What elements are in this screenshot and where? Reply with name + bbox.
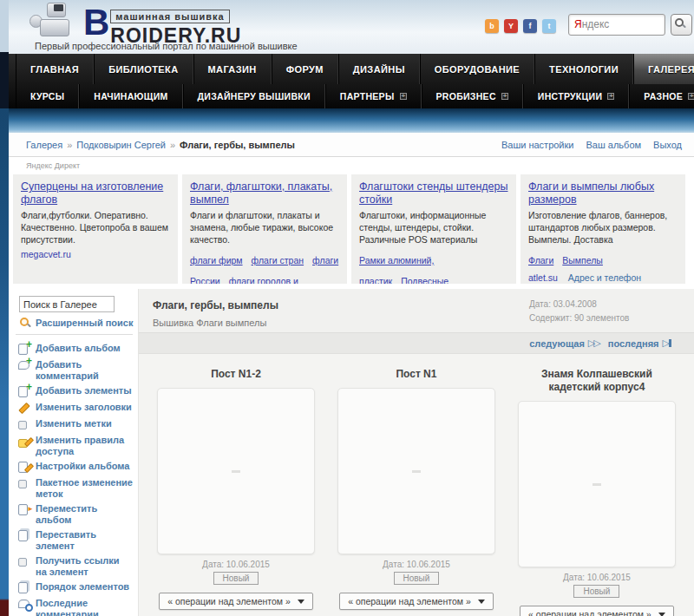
- item-title[interactable]: Знамя Колпашевский кадетский корпус4: [507, 368, 687, 394]
- site-header: B машинная вышивка ROIDERY.RU Первый про…: [9, 0, 694, 54]
- gallery-item: Пост N1 Дата: 10.06.2015 Новый « операци…: [326, 368, 507, 616]
- sidebar-action-move-album[interactable]: Переместить альбом: [9, 501, 138, 528]
- arrow-bar-icon[interactable]: ▷: [663, 337, 677, 349]
- dropdown-indicator-icon: [501, 93, 508, 100]
- user-album-link[interactable]: Ваш альбом: [586, 140, 641, 150]
- ad-title-link[interactable]: Суперцены на изготовление флагов: [21, 180, 170, 206]
- nav-item-oborudovanie[interactable]: ОБОРУДОВАНИЕ: [420, 54, 534, 84]
- ad-title-link[interactable]: Флаги, флагштоки, плакаты, вымпел: [190, 180, 339, 206]
- item-title[interactable]: Пост N1-2: [146, 368, 326, 381]
- item-title[interactable]: Пост N1: [326, 368, 507, 381]
- ad-text: Флаги и флагштоки, плакаты и знамена, лю…: [190, 210, 339, 246]
- ad-contact-link[interactable]: Адрес и телефон: [568, 272, 641, 283]
- item-date: Дата: 10.06.2015: [507, 573, 687, 582]
- edit-tags-icon: [17, 418, 30, 431]
- user-settings-link[interactable]: Ваши настройки: [501, 140, 574, 150]
- search-placeholder-rest: ндекс: [582, 18, 610, 30]
- sidebar-action-edit-tags[interactable]: Изменить метки: [9, 416, 138, 433]
- nav-item-nachinayushchim[interactable]: НАЧИНАЮЩИМ: [79, 84, 182, 108]
- reorder-item-icon: [17, 529, 30, 542]
- nav-item-glavnaya[interactable]: ГЛАВНАЯ: [16, 54, 94, 84]
- nav-item-biblioteka[interactable]: БИБЛИОТЕКА: [94, 54, 193, 84]
- ad-item: Флаги, флагштоки, плакаты, вымпел Флаги …: [182, 174, 347, 284]
- gallery-item: Пост N1-2 Дата: 10.06.2015 Новый « опера…: [146, 368, 326, 616]
- item-thumbnail[interactable]: [157, 388, 315, 554]
- ad-title-link[interactable]: Флагштоки стенды штендеры стойки: [359, 180, 508, 206]
- nav-item-dizayneru-vyshivki[interactable]: ДИЗАЙНЕРУ ВЫШИВКИ: [183, 84, 325, 108]
- nav-item-dizayny[interactable]: ДИЗАЙНЫ: [338, 54, 420, 84]
- ad-item: Флагштоки стенды штендеры стойки Флагшто…: [351, 174, 516, 284]
- item-add-icon: [17, 385, 30, 398]
- nav-row-1: ГЛАВНАЯ БИБЛИОТЕКА МАГАЗИН ФОРУМ ДИЗАЙНЫ…: [9, 54, 694, 84]
- nav-item-galereya[interactable]: ГАЛЕРЕЯ: [633, 54, 694, 84]
- social-links: b Y f t: [485, 19, 556, 33]
- gallery-items: Пост N1-2 Дата: 10.06.2015 Новый « опера…: [139, 368, 694, 616]
- dropdown-indicator-icon: [607, 93, 614, 100]
- ad-sublink[interactable]: флаги фирм: [190, 255, 243, 265]
- album-settings-icon: [17, 461, 30, 474]
- album-header: Флаги, гербы, вымпелы Вышивка Флаги вымп…: [139, 289, 694, 332]
- nav-item-probiznes[interactable]: PROБИЗНЕС: [422, 84, 523, 108]
- main-area: Расширенный поиск Добавить альбом Добави…: [9, 289, 694, 616]
- ad-sublink[interactable]: Вымпелы: [562, 255, 603, 265]
- sidebar-action-edit-titles[interactable]: Изменить заголовки: [9, 400, 138, 416]
- search-button[interactable]: [671, 14, 692, 36]
- sidebar-action-recent-comments[interactable]: Последние комментарии: [9, 596, 138, 616]
- new-badge: Новый: [213, 572, 259, 585]
- gallery-item: Знамя Колпашевский кадетский корпус4 Дат…: [507, 368, 687, 616]
- sidebar-action-batch-tags[interactable]: Пакетное изменение меток: [9, 475, 138, 501]
- nav-item-instruktsii[interactable]: ИНСТРУКЦИИ: [523, 84, 629, 108]
- facebook-icon[interactable]: f: [523, 19, 537, 33]
- advanced-search-label: Расширенный поиск: [36, 318, 133, 328]
- ad-domain-link[interactable]: megacvet.ru: [21, 249, 71, 259]
- ad-domain-link[interactable]: atlet.su: [528, 272, 558, 283]
- nav-item-tekhnologii[interactable]: ТЕХНОЛОГИИ: [534, 54, 633, 84]
- youtube-icon[interactable]: Y: [504, 19, 518, 33]
- logout-link[interactable]: Выход: [653, 140, 682, 150]
- page-edge-strip: [0, 0, 9, 616]
- new-badge: Новый: [394, 572, 440, 585]
- nav-item-raznoe[interactable]: РАЗНОЕ: [629, 84, 694, 108]
- chevron-down-icon: [658, 613, 665, 616]
- item-order-icon: [17, 581, 30, 594]
- search-placeholder-first: Я: [574, 18, 582, 30]
- nav-item-forum[interactable]: ФОРУМ: [272, 54, 338, 84]
- nav-item-partnery[interactable]: ПАРТНЕРЫ: [325, 84, 422, 108]
- sidebar-action-album-settings[interactable]: Настройки альбома: [9, 459, 138, 475]
- gallery-search-input[interactable]: [19, 296, 115, 312]
- sidebar-action-get-links[interactable]: Получить ссылки на элемент: [9, 554, 138, 580]
- double-arrow-icon[interactable]: ▷▷: [588, 337, 599, 349]
- breadcrumb-galereya[interactable]: Галерея: [26, 140, 62, 150]
- gallery-content: Флаги, гербы, вымпелы Вышивка Флаги вымп…: [139, 289, 694, 616]
- blog-icon[interactable]: b: [485, 19, 499, 33]
- pagination-next-link[interactable]: следующая: [529, 338, 585, 349]
- item-operations-dropdown[interactable]: « операции над элементом »: [520, 606, 674, 616]
- item-date: Дата: 10.06.2015: [326, 560, 507, 569]
- site-tagline: Первый профессиональный портал по машинн…: [35, 41, 298, 51]
- sidebar-divider: [16, 334, 133, 335]
- yandex-search-input[interactable]: Яндекс: [568, 14, 665, 36]
- breadcrumb-author[interactable]: Подковырин Сергей: [76, 140, 166, 150]
- item-operations-dropdown[interactable]: « операции над элементом »: [159, 593, 313, 610]
- sidebar-action-item-order[interactable]: Порядок элементов: [9, 580, 138, 596]
- item-thumbnail[interactable]: [337, 388, 495, 554]
- nav-item-magazin[interactable]: МАГАЗИН: [193, 54, 272, 84]
- breadcrumb-separator: »: [67, 140, 72, 150]
- item-thumbnail[interactable]: [518, 401, 676, 567]
- sidebar-action-edit-access[interactable]: Изменить правила доступа: [9, 433, 138, 459]
- sidebar-action-add-items[interactable]: Добавить элементы: [9, 383, 138, 400]
- get-links-icon: [17, 555, 30, 568]
- sidebar-action-add-comment[interactable]: Добавить комментарий: [9, 357, 138, 383]
- ad-sublink[interactable]: Флаги: [528, 255, 553, 265]
- sidebar-action-reorder-item[interactable]: Переставить элемент: [9, 528, 138, 554]
- advanced-search-link[interactable]: Расширенный поиск: [19, 317, 138, 329]
- nav-item-kursy[interactable]: КУРСЫ: [16, 84, 79, 108]
- ad-title-link[interactable]: Флаги и вымпелы любых размеров: [528, 180, 678, 206]
- ad-sublink[interactable]: флаги стран: [252, 255, 304, 265]
- chevron-down-icon: [298, 600, 304, 604]
- dropdown-indicator-icon: [688, 93, 694, 100]
- twitter-icon[interactable]: t: [542, 19, 556, 33]
- pagination-last-link[interactable]: последняя: [608, 338, 659, 349]
- album-meta: Дата: 03.04.2008 Содержит: 90 элементов: [529, 298, 629, 325]
- item-operations-dropdown[interactable]: « операции над элементом »: [339, 593, 494, 610]
